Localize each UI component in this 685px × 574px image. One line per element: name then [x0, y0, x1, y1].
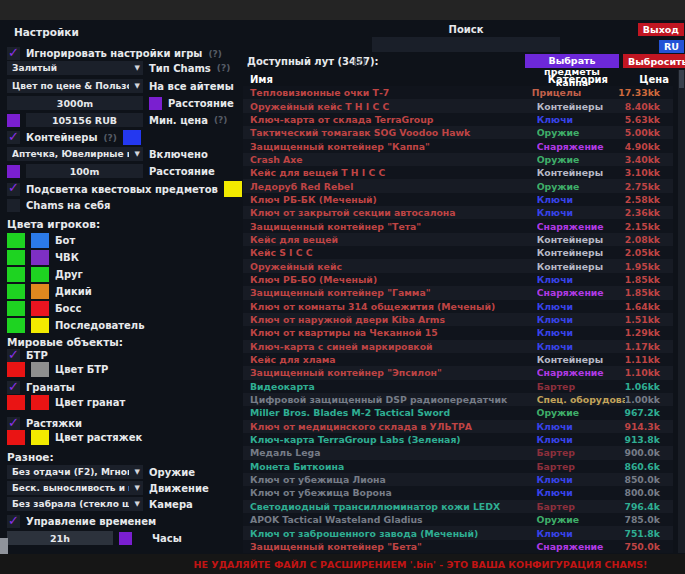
- btr-row[interactable]: ✓ БТР: [7, 349, 48, 362]
- player-visible-color-swatch[interactable]: [7, 250, 25, 265]
- table-row[interactable]: Crash AxeОружие3.40kk: [243, 153, 673, 166]
- table-row[interactable]: Miller Bros. Blades M-2 Tactical SwordОр…: [243, 406, 673, 419]
- player-visible-color-swatch[interactable]: [7, 318, 25, 333]
- help-icon[interactable]: (?): [103, 133, 116, 143]
- table-row[interactable]: Защищенный контейнер "Тета"Снаряжение2.1…: [243, 219, 673, 232]
- discard-all-button[interactable]: Выбросить все: [623, 54, 685, 68]
- table-row[interactable]: Тактический томагавк SOG Voodoo HawkОруж…: [243, 126, 673, 139]
- table-row[interactable]: Цифровой защищенный DSP радиопередатчикС…: [243, 393, 673, 406]
- table-row[interactable]: Ключ РБ-БО (Меченый)Ключи1.85kk: [243, 273, 673, 286]
- grenade-color-swatch-1[interactable]: [7, 395, 25, 410]
- table-row[interactable]: Ключ от медицинского склада в УЛЬТРАКлюч…: [243, 420, 673, 433]
- player-hidden-color-swatch[interactable]: [31, 233, 49, 248]
- exit-button[interactable]: Выход: [638, 23, 684, 36]
- player-hidden-color-swatch[interactable]: [31, 284, 49, 299]
- tripwires-checkbox[interactable]: ✓: [7, 417, 20, 430]
- table-row[interactable]: Ключ от закрытой секции автосалонаКлючи2…: [243, 206, 673, 219]
- table-row[interactable]: Кейс для хламаКонтейнеры1.11kk: [243, 353, 673, 366]
- table-row[interactable]: Кейс для вещей T H I C CКонтейнеры3.10kk: [243, 166, 673, 179]
- item-name-cell: Ключ РБ-БК (Меченый): [243, 194, 537, 205]
- all-items-dropdown[interactable]: Цвет по цене & Пользователь▼: [7, 79, 143, 93]
- player-hidden-color-swatch[interactable]: [31, 250, 49, 265]
- table-row[interactable]: APOK Tactical Wasteland GladiusОружие785…: [243, 513, 673, 526]
- help-icon[interactable]: (?): [214, 115, 227, 125]
- camera-dropdown[interactable]: Без забрала (стекло шлема)▼: [7, 497, 143, 511]
- language-button[interactable]: RU: [659, 40, 684, 53]
- help-icon[interactable]: (?): [353, 57, 366, 67]
- table-row[interactable]: Ключ-карта TerraGroup Labs (Зеленая)Ключ…: [243, 433, 673, 446]
- min-price-color-swatch[interactable]: [7, 114, 20, 127]
- containers-distance-color-swatch[interactable]: [7, 165, 20, 178]
- table-row[interactable]: Оружейный кейс T H I C CКонтейнеры8.40kk: [243, 99, 673, 112]
- player-hidden-color-swatch[interactable]: [31, 267, 49, 282]
- table-row[interactable]: ВидеокартаБартер1.06kk: [243, 380, 673, 393]
- help-icon[interactable]: (?): [208, 49, 221, 59]
- grenades-row[interactable]: ✓ Гранаты: [7, 381, 75, 394]
- search-input[interactable]: [372, 37, 560, 52]
- btr-color-swatch-2[interactable]: [31, 362, 49, 377]
- table-row[interactable]: Защищенный контейнер "Бета"Снаряжение750…: [243, 540, 673, 553]
- grenade-color-swatch-2[interactable]: [31, 395, 49, 410]
- table-row[interactable]: Ключ от наружной двери Kiba ArmsКлючи1.5…: [243, 313, 673, 326]
- player-visible-color-swatch[interactable]: [7, 301, 25, 316]
- tripwires-row[interactable]: ✓ Растяжки: [7, 417, 82, 430]
- loot-scrollbar[interactable]: [678, 70, 685, 553]
- containers-distance-input[interactable]: 100m: [26, 164, 143, 178]
- grenades-checkbox[interactable]: ✓: [7, 381, 20, 394]
- table-row[interactable]: Светодиодный трансиллюминатор кожи LEDXБ…: [243, 500, 673, 513]
- min-price-input[interactable]: 105156 RUB: [26, 113, 143, 127]
- table-row[interactable]: Ключ от комнаты 314 общежития (Меченый)К…: [243, 300, 673, 313]
- loot-scrollbar-thumb[interactable]: [679, 70, 684, 88]
- table-row[interactable]: Ключ от заброшенного завода (Меченый)Клю…: [243, 526, 673, 539]
- tripwire-color-swatch-1[interactable]: [7, 430, 25, 445]
- time-control-row[interactable]: ✓ Управление временем: [7, 515, 156, 528]
- tripwire-color-swatch-2[interactable]: [31, 430, 49, 445]
- player-visible-color-swatch[interactable]: [7, 284, 25, 299]
- chams-type-dropdown[interactable]: Залитый▼: [7, 61, 143, 75]
- ignore-game-settings-row[interactable]: ✓ Игнорировать настройки игры (?): [7, 47, 222, 60]
- hours-color-swatch[interactable]: [119, 532, 132, 545]
- hours-input[interactable]: 21h: [7, 531, 113, 545]
- btr-color-swatch-1[interactable]: [7, 362, 25, 377]
- table-row[interactable]: Кейс S I C CКонтейнеры2.05kk: [243, 246, 673, 259]
- movement-dropdown[interactable]: Беск. выносливость и нет уста▼: [7, 481, 143, 495]
- table-row[interactable]: Ключ от убежища ВоронаКлючи800.0k: [243, 486, 673, 499]
- select-kappa-items-button[interactable]: Выбрать предметы каппа: [525, 54, 619, 68]
- table-row[interactable]: Защищенный контейнер "Каппа"Снаряжение4.…: [243, 139, 673, 152]
- column-header-name[interactable]: Имя: [243, 74, 548, 85]
- left-scrollbar-thumb[interactable]: [0, 538, 8, 555]
- table-row[interactable]: Оружейный кейсКонтейнеры1.95kk: [243, 259, 673, 272]
- quest-highlight-color-swatch[interactable]: [224, 181, 242, 197]
- player-hidden-color-swatch[interactable]: [31, 318, 49, 333]
- table-row[interactable]: Защищенный контейнер "Гамма"Снаряжение1.…: [243, 286, 673, 299]
- table-row[interactable]: Тепловизионные очки Т-7Прицелы17.33kk: [243, 86, 673, 99]
- chams-self-row[interactable]: ✓ Chams на себя: [7, 199, 110, 212]
- player-visible-color-swatch[interactable]: [7, 267, 25, 282]
- containers-filter-dropdown[interactable]: Аптечка, Ювелирные и...▼: [7, 147, 143, 161]
- weapon-dropdown[interactable]: Без отдачи (F2), Мгновенное п▼: [7, 465, 143, 479]
- table-row[interactable]: Защищенный контейнер "Эпсилон"Снаряжение…: [243, 366, 673, 379]
- distance-color-swatch[interactable]: [149, 97, 162, 110]
- containers-color-swatch[interactable]: [123, 130, 141, 145]
- table-row[interactable]: Ключ РБ-БК (Меченый)Ключи2.58kk: [243, 193, 673, 206]
- time-control-checkbox[interactable]: ✓: [7, 515, 20, 528]
- quest-highlight-checkbox[interactable]: ✓: [7, 183, 20, 196]
- table-row[interactable]: Ключ от убежища ЛионаКлючи850.0k: [243, 473, 673, 486]
- help-icon[interactable]: (?): [217, 63, 230, 73]
- containers-checkbox[interactable]: ✓: [7, 131, 20, 144]
- table-row[interactable]: Ключ-карта от склада TerraGroupКлючи5.63…: [243, 113, 673, 126]
- table-row[interactable]: Кейс для вещейКонтейнеры2.08kk: [243, 233, 673, 246]
- player-visible-color-swatch[interactable]: [7, 233, 25, 248]
- player-hidden-color-swatch[interactable]: [31, 301, 49, 316]
- containers-row[interactable]: ✓ Контейнеры (?): [7, 130, 141, 145]
- ignore-game-settings-checkbox[interactable]: ✓: [7, 47, 20, 60]
- table-row[interactable]: Ледоруб Red RebelОружие2.75kk: [243, 179, 673, 192]
- table-row[interactable]: Ключ от квартиры на Чеканной 15Ключи1.29…: [243, 326, 673, 339]
- btr-checkbox[interactable]: ✓: [7, 349, 20, 362]
- table-row[interactable]: Монета БиткоинаБартер860.6k: [243, 460, 673, 473]
- table-row[interactable]: Медаль LegaБартер900.0k: [243, 446, 673, 459]
- quest-highlight-row[interactable]: ✓ Подсветка квестовых предметов: [7, 181, 242, 197]
- chams-self-checkbox[interactable]: ✓: [7, 199, 20, 212]
- table-row[interactable]: Ключ-карта с синей маркировкойКлючи1.17k…: [243, 340, 673, 353]
- distance-input[interactable]: 3000m: [7, 96, 143, 110]
